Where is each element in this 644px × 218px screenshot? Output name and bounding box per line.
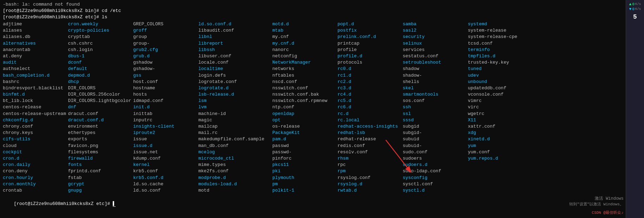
list-item: ld.so.conf.d bbox=[198, 21, 272, 27]
list-item: tmpfiles.d bbox=[468, 53, 533, 59]
list-item: grub.d bbox=[133, 53, 198, 59]
list-item: udev bbox=[468, 72, 533, 79]
list-item: audit bbox=[3, 59, 68, 66]
list-item: kernel bbox=[133, 162, 198, 168]
list-item: init.d bbox=[133, 104, 198, 110]
list-item: ld.so.conf bbox=[133, 187, 198, 194]
file-column-5: popt.dpostfixprelink.conf.dprintcapprofi… bbox=[338, 21, 403, 194]
upload-arrow: ▲ bbox=[629, 2, 632, 6]
list-item: wgetrc bbox=[468, 111, 533, 117]
line-2: [root@iZ2ze9nu608mhii0kcks8xZ bin]# cd /… bbox=[3, 8, 641, 14]
file-column-7: systemdsystem-releasesystem-release-cpet… bbox=[468, 21, 533, 194]
list-item: vimrc bbox=[468, 98, 533, 104]
list-item: sysctl.d bbox=[403, 187, 468, 194]
list-item: yum.repos.d bbox=[468, 155, 533, 162]
list-item: shadow bbox=[403, 66, 468, 72]
list-item: opt bbox=[272, 117, 338, 123]
list-item: crontab bbox=[3, 187, 68, 194]
list-item: dbus-1 bbox=[68, 53, 133, 59]
list-item: systemd bbox=[468, 21, 533, 27]
list-item: dracut.conf bbox=[68, 111, 133, 117]
list-item: rhsm bbox=[338, 155, 403, 162]
list-item: libuser.conf bbox=[198, 53, 272, 59]
list-item: shells bbox=[403, 79, 468, 85]
list-item: mtab bbox=[272, 27, 338, 34]
list-item: depmod.d bbox=[68, 72, 133, 79]
list-item: localtime bbox=[198, 66, 272, 72]
list-item: rsyslog.conf bbox=[338, 175, 403, 181]
list-item: unbound bbox=[468, 79, 533, 85]
list-item: ld.so.cache bbox=[133, 181, 198, 187]
list-item: pinforc bbox=[272, 155, 338, 162]
list-item: sudo-ldap.conf bbox=[403, 168, 468, 174]
list-item: sudo.conf bbox=[403, 149, 468, 155]
list-item: aliases bbox=[3, 27, 68, 34]
list-item: csh.cshrc bbox=[68, 40, 133, 47]
list-item: fprintd.conf bbox=[68, 168, 133, 174]
list-item: group bbox=[133, 34, 198, 40]
list-item: rc.local bbox=[338, 117, 403, 123]
list-item: skel bbox=[403, 85, 468, 91]
list-item: nsswitch.conf.bak bbox=[272, 91, 338, 98]
upload-speed: ▲ 0 K/s bbox=[629, 2, 641, 6]
list-item: passwd bbox=[272, 143, 338, 149]
list-item: dracut.conf.d bbox=[68, 117, 133, 123]
list-item: sysctl.conf bbox=[403, 181, 468, 187]
list-item: cron.d bbox=[3, 155, 68, 162]
list-item: dconf bbox=[68, 59, 133, 66]
list-item: protocols bbox=[338, 59, 403, 66]
list-item: xinetd.d bbox=[468, 136, 533, 142]
terminal-window: -bash: la: command not found [root@iZ2ze… bbox=[0, 0, 644, 218]
list-item: groff bbox=[133, 27, 198, 34]
list-item: nftables bbox=[272, 72, 338, 79]
list-item: NetworkManager bbox=[272, 59, 338, 66]
list-item: subgid- bbox=[403, 130, 468, 136]
file-column-6: sambasasl2securityselinuxservicessestatu… bbox=[403, 21, 468, 194]
list-item: aliases.db bbox=[3, 34, 68, 40]
list-item: PackageKit bbox=[272, 130, 338, 136]
list-item: nsswitch.conf.rpmnew bbox=[272, 98, 338, 104]
list-item: redhat-access-insights bbox=[338, 123, 403, 130]
line-1: -bash: la: command not found bbox=[3, 1, 641, 8]
list-item: pam.d bbox=[272, 136, 338, 142]
download-speed: ▼ 0 K/s bbox=[629, 7, 641, 11]
list-item: redhat-release bbox=[338, 136, 403, 142]
list-item: sos.conf bbox=[403, 98, 468, 104]
list-item: sasl2 bbox=[403, 27, 468, 34]
list-item: subgid bbox=[403, 123, 468, 130]
list-item: chrony.conf bbox=[3, 123, 68, 130]
list-item: modules-load.d bbox=[198, 181, 272, 187]
list-item: virc bbox=[468, 104, 533, 110]
list-item: pkcs11 bbox=[272, 162, 338, 168]
file-column-0: adjtimealiasesaliases.dbalternativesanac… bbox=[3, 21, 68, 194]
list-item: setroubleshoot bbox=[403, 59, 468, 66]
terminal-lines: -bash: la: command not found [root@iZ2ze… bbox=[3, 1, 641, 20]
list-item: issue bbox=[133, 136, 198, 142]
list-item: krb5.conf bbox=[133, 168, 198, 174]
list-item: DIR_COLORS.lightbgcolor bbox=[68, 98, 133, 104]
list-item: issue.net bbox=[133, 149, 198, 155]
list-item: host.conf bbox=[133, 79, 198, 85]
list-item: cron.deny bbox=[3, 168, 68, 174]
list-item: issue.d bbox=[133, 143, 198, 149]
activate-windows-notice: 激活 Windows 转到"设置"以激活 Windows。 bbox=[569, 195, 624, 207]
line-3: [root@iZ2ze9nu608mhii0kcks8xZ etc]# ls bbox=[3, 14, 641, 20]
list-item: rc3.d bbox=[338, 85, 403, 91]
list-item: subuid bbox=[403, 136, 468, 142]
list-item: nscd.conf bbox=[272, 79, 338, 85]
list-item: vconsole.conf bbox=[468, 91, 533, 98]
list-item: ssh bbox=[403, 104, 468, 110]
list-item: rc1.d bbox=[338, 72, 403, 79]
list-item: fstab bbox=[68, 175, 133, 181]
list-item: nsswitch.conf bbox=[272, 85, 338, 91]
last-prompt-line: [root@iZ2ze9nu608mhii0kcks8xZ etc]# ▌ bbox=[3, 194, 641, 213]
activate-label: 激活 Windows bbox=[569, 195, 624, 201]
list-item: bash_completion.d bbox=[3, 72, 68, 79]
list-item: lvm bbox=[198, 104, 272, 110]
list-item: man_db.conf bbox=[198, 143, 272, 149]
list-item: printcap bbox=[338, 40, 403, 47]
list-item: mke2fs.conf bbox=[198, 168, 272, 174]
list-item: DIR_COLORS.256color bbox=[68, 91, 133, 98]
list-item: kdump.conf bbox=[133, 155, 198, 162]
list-item: selinux bbox=[403, 40, 468, 47]
